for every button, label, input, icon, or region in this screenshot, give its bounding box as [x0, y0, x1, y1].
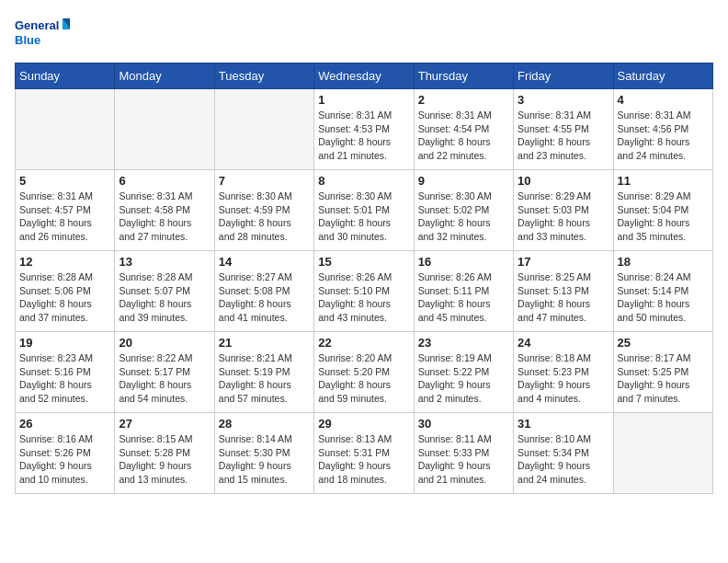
day-info: Sunrise: 8:14 AMSunset: 5:30 PMDaylight:… [219, 432, 310, 487]
day-number: 9 [418, 174, 509, 188]
day-info: Sunrise: 8:16 AMSunset: 5:26 PMDaylight:… [19, 432, 110, 487]
calendar-cell: 22Sunrise: 8:20 AMSunset: 5:20 PMDayligh… [314, 332, 414, 413]
day-info: Sunrise: 8:13 AMSunset: 5:31 PMDaylight:… [318, 432, 409, 487]
calendar-cell: 31Sunrise: 8:10 AMSunset: 5:34 PMDayligh… [514, 413, 613, 494]
day-info: Sunrise: 8:31 AMSunset: 4:57 PMDaylight:… [19, 190, 110, 244]
logo: General Blue [15, 15, 70, 55]
day-number: 18 [618, 255, 709, 269]
day-info: Sunrise: 8:18 AMSunset: 5:23 PMDaylight:… [518, 351, 609, 406]
calendar-cell [16, 89, 115, 170]
day-number: 24 [518, 336, 609, 350]
week-row-4: 19Sunrise: 8:23 AMSunset: 5:16 PMDayligh… [16, 332, 713, 413]
calendar-cell: 28Sunrise: 8:14 AMSunset: 5:30 PMDayligh… [214, 413, 313, 494]
day-info: Sunrise: 8:28 AMSunset: 5:07 PMDaylight:… [119, 270, 210, 325]
day-number: 29 [318, 417, 409, 431]
week-row-1: 1Sunrise: 8:31 AMSunset: 4:53 PMDaylight… [16, 89, 713, 170]
calendar-cell: 10Sunrise: 8:29 AMSunset: 5:03 PMDayligh… [514, 170, 613, 251]
day-number: 2 [418, 93, 509, 107]
day-info: Sunrise: 8:20 AMSunset: 5:20 PMDaylight:… [318, 351, 409, 406]
weekday-header-tuesday: Tuesday [214, 63, 313, 89]
calendar-cell: 9Sunrise: 8:30 AMSunset: 5:02 PMDaylight… [414, 170, 513, 251]
calendar-cell [214, 89, 313, 170]
calendar-cell: 24Sunrise: 8:18 AMSunset: 5:23 PMDayligh… [514, 332, 613, 413]
day-info: Sunrise: 8:15 AMSunset: 5:28 PMDaylight:… [119, 432, 210, 487]
day-number: 8 [318, 174, 409, 188]
day-number: 21 [219, 336, 310, 350]
weekday-header-row: SundayMondayTuesdayWednesdayThursdayFrid… [16, 63, 713, 89]
calendar-cell [115, 89, 214, 170]
calendar-cell: 5Sunrise: 8:31 AMSunset: 4:57 PMDaylight… [16, 170, 115, 251]
week-row-3: 12Sunrise: 8:28 AMSunset: 5:06 PMDayligh… [16, 251, 713, 332]
weekday-header-friday: Friday [514, 63, 613, 89]
day-number: 7 [219, 174, 310, 188]
day-info: Sunrise: 8:30 AMSunset: 5:02 PMDaylight:… [418, 190, 509, 244]
calendar-cell: 2Sunrise: 8:31 AMSunset: 4:54 PMDaylight… [414, 89, 513, 170]
calendar-cell: 30Sunrise: 8:11 AMSunset: 5:33 PMDayligh… [414, 413, 513, 494]
calendar-cell: 3Sunrise: 8:31 AMSunset: 4:55 PMDaylight… [514, 89, 613, 170]
calendar-cell: 26Sunrise: 8:16 AMSunset: 5:26 PMDayligh… [16, 413, 115, 494]
calendar-cell [613, 413, 712, 494]
day-number: 14 [219, 255, 310, 269]
calendar-cell: 27Sunrise: 8:15 AMSunset: 5:28 PMDayligh… [115, 413, 214, 494]
calendar-cell: 11Sunrise: 8:29 AMSunset: 5:04 PMDayligh… [613, 170, 712, 251]
day-number: 1 [318, 93, 409, 107]
day-number: 12 [19, 255, 110, 269]
calendar-cell: 18Sunrise: 8:24 AMSunset: 5:14 PMDayligh… [613, 251, 712, 332]
day-info: Sunrise: 8:17 AMSunset: 5:25 PMDaylight:… [618, 351, 709, 406]
calendar-cell: 4Sunrise: 8:31 AMSunset: 4:56 PMDaylight… [613, 89, 712, 170]
weekday-header-sunday: Sunday [16, 63, 115, 89]
day-number: 23 [418, 336, 509, 350]
calendar-cell: 29Sunrise: 8:13 AMSunset: 5:31 PMDayligh… [314, 413, 414, 494]
weekday-header-wednesday: Wednesday [314, 63, 414, 89]
day-info: Sunrise: 8:28 AMSunset: 5:06 PMDaylight:… [19, 270, 110, 325]
day-info: Sunrise: 8:30 AMSunset: 4:59 PMDaylight:… [219, 190, 310, 244]
day-info: Sunrise: 8:22 AMSunset: 5:17 PMDaylight:… [119, 351, 210, 406]
weekday-header-monday: Monday [115, 63, 214, 89]
calendar-cell: 15Sunrise: 8:26 AMSunset: 5:10 PMDayligh… [314, 251, 414, 332]
day-number: 26 [19, 417, 110, 431]
calendar-cell: 19Sunrise: 8:23 AMSunset: 5:16 PMDayligh… [16, 332, 115, 413]
day-info: Sunrise: 8:31 AMSunset: 4:56 PMDaylight:… [618, 109, 709, 163]
day-number: 11 [618, 174, 709, 188]
day-number: 22 [318, 336, 409, 350]
day-number: 3 [518, 93, 609, 107]
calendar-cell: 7Sunrise: 8:30 AMSunset: 4:59 PMDaylight… [214, 170, 313, 251]
week-row-2: 5Sunrise: 8:31 AMSunset: 4:57 PMDaylight… [16, 170, 713, 251]
day-info: Sunrise: 8:11 AMSunset: 5:33 PMDaylight:… [418, 432, 509, 487]
day-info: Sunrise: 8:23 AMSunset: 5:16 PMDaylight:… [19, 351, 110, 406]
day-info: Sunrise: 8:21 AMSunset: 5:19 PMDaylight:… [219, 351, 310, 406]
day-number: 28 [219, 417, 310, 431]
day-info: Sunrise: 8:30 AMSunset: 5:01 PMDaylight:… [318, 190, 409, 244]
calendar-cell: 6Sunrise: 8:31 AMSunset: 4:58 PMDaylight… [115, 170, 214, 251]
day-number: 16 [418, 255, 509, 269]
day-info: Sunrise: 8:31 AMSunset: 4:55 PMDaylight:… [518, 109, 609, 163]
calendar-cell: 25Sunrise: 8:17 AMSunset: 5:25 PMDayligh… [613, 332, 712, 413]
calendar-cell: 20Sunrise: 8:22 AMSunset: 5:17 PMDayligh… [115, 332, 214, 413]
calendar-cell: 14Sunrise: 8:27 AMSunset: 5:08 PMDayligh… [214, 251, 313, 332]
day-info: Sunrise: 8:24 AMSunset: 5:14 PMDaylight:… [618, 270, 709, 325]
week-row-5: 26Sunrise: 8:16 AMSunset: 5:26 PMDayligh… [16, 413, 713, 494]
calendar-cell: 16Sunrise: 8:26 AMSunset: 5:11 PMDayligh… [414, 251, 513, 332]
day-number: 10 [518, 174, 609, 188]
day-number: 4 [618, 93, 709, 107]
day-number: 25 [618, 336, 709, 350]
calendar-cell: 23Sunrise: 8:19 AMSunset: 5:22 PMDayligh… [414, 332, 513, 413]
day-info: Sunrise: 8:31 AMSunset: 4:53 PMDaylight:… [318, 109, 409, 163]
day-number: 15 [318, 255, 409, 269]
day-number: 5 [19, 174, 110, 188]
day-info: Sunrise: 8:29 AMSunset: 5:03 PMDaylight:… [518, 190, 609, 244]
day-info: Sunrise: 8:31 AMSunset: 4:58 PMDaylight:… [119, 190, 210, 244]
day-number: 13 [119, 255, 210, 269]
weekday-header-saturday: Saturday [613, 63, 712, 89]
day-number: 6 [119, 174, 210, 188]
day-info: Sunrise: 8:25 AMSunset: 5:13 PMDaylight:… [518, 270, 609, 325]
calendar-cell: 17Sunrise: 8:25 AMSunset: 5:13 PMDayligh… [514, 251, 613, 332]
day-number: 27 [119, 417, 210, 431]
calendar-cell: 8Sunrise: 8:30 AMSunset: 5:01 PMDaylight… [314, 170, 414, 251]
weekday-header-thursday: Thursday [414, 63, 513, 89]
day-info: Sunrise: 8:29 AMSunset: 5:04 PMDaylight:… [618, 190, 709, 244]
day-number: 30 [418, 417, 509, 431]
day-info: Sunrise: 8:10 AMSunset: 5:34 PMDaylight:… [518, 432, 609, 487]
header: General Blue [15, 15, 713, 55]
day-number: 31 [518, 417, 609, 431]
